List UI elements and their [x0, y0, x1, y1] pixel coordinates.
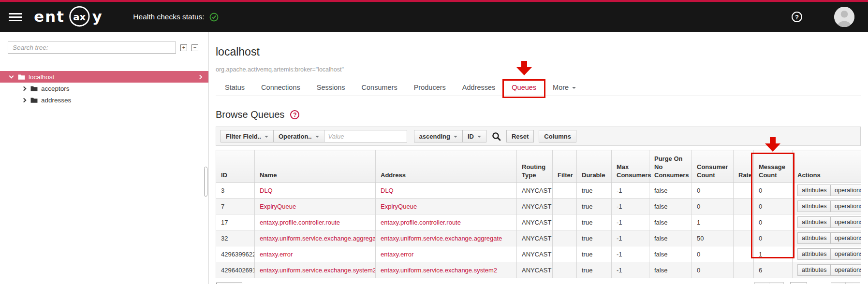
- tab-addresses[interactable]: Addresses: [454, 79, 504, 96]
- folder-icon: [30, 97, 38, 103]
- attributes-button[interactable]: attributes: [797, 232, 830, 244]
- tab-sessions[interactable]: Sessions: [309, 79, 353, 96]
- filter-field-dropdown[interactable]: Filter Field..: [221, 130, 274, 142]
- operation-dropdown[interactable]: Operation..: [273, 130, 324, 142]
- columns-button[interactable]: Columns: [539, 130, 576, 142]
- section-help-icon[interactable]: ?: [290, 110, 299, 119]
- next-page-button[interactable]: ›: [831, 282, 846, 284]
- sidebar-scrollbar[interactable]: [204, 167, 207, 197]
- logo-text-circle: ax: [73, 12, 86, 23]
- operations-button[interactable]: operations: [830, 185, 861, 196]
- tab-label: Queues: [512, 84, 536, 91]
- search-tree-input[interactable]: [8, 42, 176, 54]
- current-page-input[interactable]: [790, 282, 807, 284]
- tab-label: More: [553, 84, 569, 91]
- cell-rate: [734, 230, 754, 246]
- name-link[interactable]: entaxy.uniform.service.exchange.system2: [260, 267, 376, 274]
- column-header-purge-on-no-consumers: Purge On No Consumers: [649, 150, 692, 183]
- attributes-button[interactable]: attributes: [797, 264, 830, 276]
- tab-more[interactable]: More: [544, 79, 584, 96]
- help-icon[interactable]: ?: [792, 12, 802, 22]
- address-link[interactable]: entaxy.error: [381, 251, 413, 258]
- address-link[interactable]: entaxy.uniform.service.exchange.aggregat…: [381, 235, 502, 242]
- pagination-bar: 10 per page 1-6 of 6 « ‹ of 1 › »: [216, 281, 861, 284]
- health-ok-icon[interactable]: [209, 13, 219, 22]
- last-page-button[interactable]: »: [845, 282, 860, 284]
- address-link[interactable]: ExpiryQueue: [381, 203, 417, 210]
- reset-button[interactable]: Reset: [506, 130, 534, 142]
- expand-all-icon[interactable]: +: [180, 44, 187, 51]
- name-link[interactable]: entaxy.profile.controller.route: [260, 219, 340, 226]
- sort-by-dropdown[interactable]: ID: [462, 130, 486, 142]
- attributes-button[interactable]: attributes: [797, 200, 830, 212]
- cell-filter: [553, 183, 577, 199]
- chevron-right-icon[interactable]: [22, 98, 27, 102]
- tab-producers[interactable]: Producers: [406, 79, 454, 96]
- name-link[interactable]: ExpiryQueue: [260, 203, 296, 210]
- first-page-button[interactable]: «: [754, 282, 769, 284]
- sidebar-item-acceptors[interactable]: acceptors: [0, 83, 208, 94]
- app-root: ent ax y Health checks status: ?: [0, 0, 868, 284]
- attributes-button[interactable]: attributes: [797, 248, 830, 260]
- entaxy-logo: ent ax y: [33, 6, 107, 28]
- tab-connections[interactable]: Connections: [253, 79, 309, 96]
- column-header-durable: Durable: [577, 150, 612, 183]
- hamburger-menu-icon[interactable]: [9, 11, 22, 23]
- filter-toolbar: Filter Field.. Operation.. ascending ID …: [216, 127, 861, 146]
- attributes-button[interactable]: attributes: [797, 185, 830, 196]
- cell-actions: attributesoperations: [793, 246, 861, 262]
- table-header-row: IDNameAddressRouting TypeFilterDurableMa…: [216, 150, 861, 183]
- table-row: 7ExpiryQueueExpiryQueueANYCASTtrue-1fals…: [216, 199, 861, 214]
- tab-status[interactable]: Status: [217, 79, 253, 96]
- operations-button[interactable]: operations: [830, 264, 861, 276]
- queues-table-wrap: IDNameAddressRouting TypeFilterDurableMa…: [216, 150, 861, 278]
- chevron-down-icon: [572, 87, 576, 89]
- column-header-address: Address: [376, 150, 517, 183]
- sidebar-item-localhost[interactable]: localhost: [0, 71, 208, 83]
- tab-consumers[interactable]: Consumers: [353, 79, 406, 96]
- name-link[interactable]: entaxy.uniform.service.exchange.aggregat…: [260, 235, 376, 242]
- chevron-down-icon: [315, 136, 319, 138]
- chevron-right-icon[interactable]: [22, 86, 27, 91]
- table-row: 4296399622entaxy.errorentaxy.errorANYCAS…: [216, 246, 861, 262]
- filter-value-input[interactable]: [324, 130, 407, 142]
- address-link[interactable]: DLQ: [381, 187, 394, 194]
- cell-consumer-count: 0: [692, 246, 734, 262]
- column-header-actions: Actions: [793, 150, 861, 183]
- column-header-consumer-count: Consumer Count: [692, 150, 734, 183]
- page-title: localhost: [216, 45, 861, 58]
- cell-purge-on-no-consumers: false: [649, 246, 692, 262]
- cell-purge-on-no-consumers: false: [649, 199, 692, 214]
- name-link[interactable]: DLQ: [260, 187, 273, 194]
- operations-button[interactable]: operations: [830, 200, 861, 212]
- cell-actions: attributesoperations: [793, 230, 861, 246]
- name-link[interactable]: entaxy.error: [260, 251, 293, 258]
- tab-label: Sessions: [317, 84, 345, 91]
- cell-rate: [734, 246, 754, 262]
- column-header-filter: Filter: [553, 150, 577, 183]
- sidebar-item-addresses[interactable]: addresses: [0, 94, 208, 106]
- cell-actions: attributesoperations: [793, 262, 861, 278]
- address-link[interactable]: entaxy.profile.controller.route: [381, 219, 461, 226]
- logo-text-suffix: y: [92, 8, 102, 25]
- operations-button[interactable]: operations: [830, 248, 861, 260]
- address-link[interactable]: entaxy.uniform.service.exchange.system2: [381, 267, 497, 274]
- prev-page-button[interactable]: ‹: [769, 282, 784, 284]
- column-header-routing-type: Routing Type: [517, 150, 553, 183]
- collapse-all-icon[interactable]: −: [191, 44, 198, 51]
- user-avatar[interactable]: [834, 7, 854, 27]
- cell-consumer-count: 0: [692, 199, 734, 214]
- chevron-down-icon[interactable]: [9, 74, 14, 79]
- operations-button[interactable]: operations: [830, 216, 861, 228]
- cell-id: 32: [216, 230, 255, 246]
- cell-id: 4296399622: [216, 246, 255, 262]
- cell-durable: true: [577, 214, 612, 230]
- operations-button[interactable]: operations: [830, 232, 861, 244]
- attributes-button[interactable]: attributes: [797, 216, 830, 228]
- column-header-message-count: Message Count: [754, 150, 793, 183]
- per-page-select[interactable]: 10: [216, 283, 242, 284]
- search-button[interactable]: [492, 132, 501, 141]
- tab-queues[interactable]: Queues: [503, 79, 544, 96]
- sort-order-dropdown[interactable]: ascending: [414, 130, 463, 142]
- section-help-symbol: ?: [293, 112, 296, 118]
